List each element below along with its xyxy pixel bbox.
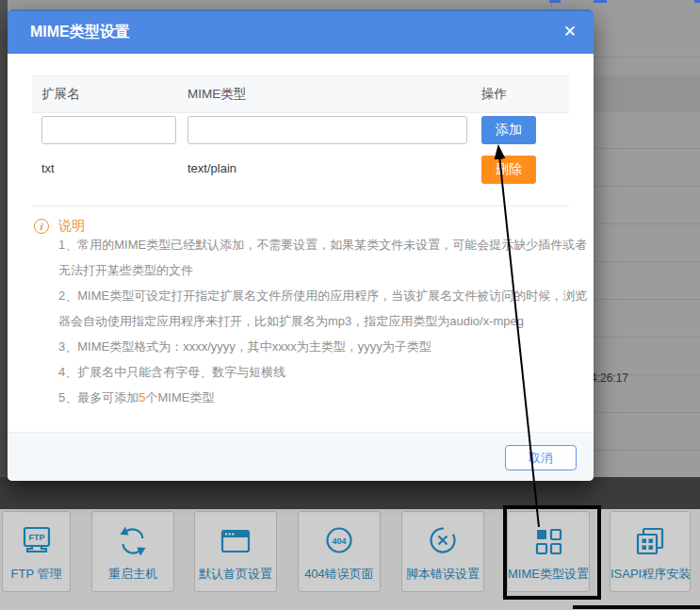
- isapi-stack-icon: [610, 522, 690, 560]
- add-button[interactable]: 添加: [481, 116, 536, 144]
- restart-icon: [92, 522, 173, 560]
- mime-type-input[interactable]: [187, 116, 467, 144]
- card-default-index[interactable]: 默认首页设置: [194, 511, 277, 592]
- card-label: 脚本错误设置: [402, 566, 483, 583]
- note-line: 4、扩展名中只能含有字母、数字与短横线: [58, 359, 582, 385]
- script-error-icon: [402, 522, 483, 560]
- card-script-error[interactable]: 脚本错误设置: [401, 511, 484, 592]
- dialog-title: MIME类型设置: [30, 9, 130, 54]
- card-label: 404错误页面: [299, 566, 380, 583]
- note-line: 3、MIME类型格式为：xxxx/yyyy，其中xxxx为主类型，yyyy为子类…: [58, 334, 582, 359]
- toolbar-fragment: [594, 0, 607, 3]
- row-extension-value: txt: [41, 161, 55, 175]
- toolbar-fragment: [694, 0, 700, 3]
- timestamp-text: 4:26:17: [591, 371, 628, 385]
- info-icon: i: [34, 219, 49, 234]
- notes-list: 1、常用的MIME类型已经默认添加，不需要设置，如果某类文件未设置，可能会提示缺…: [58, 232, 582, 410]
- close-icon[interactable]: ✕: [563, 9, 577, 54]
- 404-circle-icon: 404: [299, 522, 380, 560]
- note-line: 1、常用的MIME类型已经默认添加，不需要设置，如果某类文件未设置，可能会提示缺…: [58, 232, 582, 257]
- note-line: 器会自动使用指定应用程序来打开，比如扩展名为mp3，指定应用类型为audio/x…: [58, 308, 582, 334]
- toolbar-fragment: [549, 0, 561, 3]
- dialog-header: MIME类型设置 ✕: [8, 9, 594, 54]
- card-isapi-install[interactable]: ISAPI程序安装: [610, 511, 691, 592]
- note-line: 无法打开某些类型的文件: [58, 257, 582, 283]
- dark-section-divider: [0, 477, 700, 509]
- cancel-button[interactable]: 取消: [505, 445, 577, 470]
- extension-input[interactable]: [41, 116, 176, 144]
- annotation-line-fragment: [573, 605, 700, 609]
- svg-text:FTP: FTP: [28, 533, 44, 542]
- column-header-operation: 操作: [481, 76, 507, 112]
- card-label: FTP 管理: [3, 566, 70, 583]
- svg-text:404: 404: [332, 536, 346, 546]
- mime-table-header: 扩展名 MIME类型 操作: [32, 75, 569, 113]
- dialog-footer: 取消: [8, 432, 594, 481]
- column-header-mime-type: MIME类型: [187, 76, 246, 112]
- note-line: 2、MIME类型可设定打开指定扩展名文件所使用的应用程序，当该扩展名文件被访问的…: [58, 283, 582, 308]
- card-restart-host[interactable]: 重启主机: [91, 511, 174, 592]
- notes-divider: [32, 206, 569, 206]
- row-mime-value: text/plain: [187, 161, 236, 175]
- mime-settings-dialog: MIME类型设置 ✕ 扩展名 MIME类型 操作 添加 txt text/pla…: [8, 9, 594, 481]
- annotation-highlight-box: [503, 505, 601, 600]
- card-404-page[interactable]: 404 404错误页面: [298, 511, 381, 592]
- left-shadow-strip: [0, 0, 8, 477]
- card-label: 默认首页设置: [195, 566, 276, 583]
- delete-button[interactable]: 删除: [481, 156, 536, 184]
- note-line: 5、最多可添加5个MIME类型: [58, 385, 582, 410]
- card-label: ISAPI程序安装: [610, 566, 690, 583]
- card-label: 重启主机: [92, 566, 173, 583]
- card-ftp-manage[interactable]: FTP FTP 管理: [2, 511, 71, 592]
- browser-window-icon: [195, 522, 276, 560]
- ftp-monitor-icon: FTP: [3, 522, 70, 560]
- column-header-extension: 扩展名: [41, 76, 80, 112]
